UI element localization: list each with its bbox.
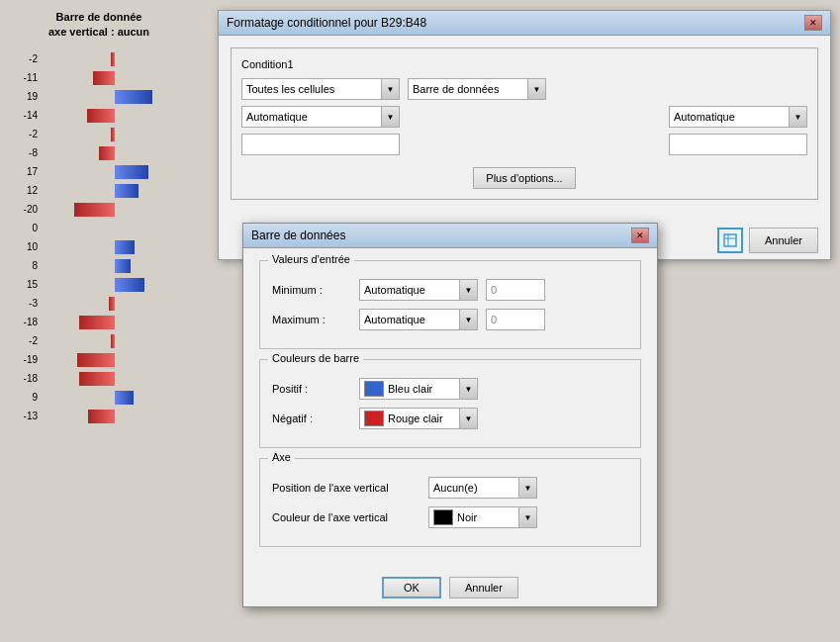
- dropdown2-wrapper[interactable]: Barre de données ▼: [408, 78, 546, 100]
- positive-bar: [115, 90, 152, 104]
- minimum-dropdown[interactable]: Automatique: [360, 282, 445, 298]
- bar-row: 15: [10, 276, 188, 294]
- maximum-dropdown[interactable]: Automatique: [360, 312, 445, 327]
- chart-title: Barre de donnée axe vertical : aucun: [10, 10, 188, 41]
- bar-value-label: 8: [10, 260, 42, 271]
- axe-legend: Axe: [268, 451, 295, 463]
- maximum-label: Maximum :: [272, 314, 351, 325]
- couleur-axe-label: Couleur de l'axe vertical: [272, 511, 420, 523]
- bar-row: -2: [10, 126, 188, 143]
- positive-bar: [115, 240, 135, 254]
- bar-container: [42, 391, 188, 405]
- bar-row: -18: [10, 314, 188, 331]
- negative-bar: [79, 372, 115, 386]
- bar-value-label: 17: [10, 166, 42, 177]
- bar-row: -8: [10, 144, 188, 162]
- titlebar-controls: ✕: [804, 15, 822, 31]
- small-icon-button[interactable]: [717, 228, 743, 253]
- dropdown4-wrapper[interactable]: Automatique ▼: [669, 106, 807, 128]
- bar-value-label: -11: [10, 72, 42, 83]
- position-arrow-icon: ▼: [518, 478, 536, 498]
- positif-row: Positif : Bleu clair ▼: [272, 378, 628, 400]
- minimum-dropdown-arrow-icon: ▼: [459, 280, 477, 300]
- position-dropdown[interactable]: Aucun(e): [429, 480, 498, 496]
- couleur-axe-combo[interactable]: Noir ▼: [428, 506, 537, 528]
- bar-container: [42, 278, 188, 292]
- bar-row: -18: [10, 370, 188, 388]
- sub-dialog-close-button[interactable]: ✕: [631, 228, 649, 243]
- bar-row: -14: [10, 107, 188, 125]
- maximum-dropdown-arrow-icon: ▼: [459, 310, 477, 329]
- dropdown1[interactable]: Toutes les cellules: [242, 81, 355, 97]
- bar-row: 0: [10, 220, 188, 237]
- input1[interactable]: [241, 134, 400, 155]
- position-dropdown-wrapper[interactable]: Aucun(e) ▼: [428, 477, 537, 499]
- minimum-row: Minimum : Automatique ▼: [272, 279, 628, 301]
- bar-value-label: -13: [10, 411, 42, 421]
- main-dialog-close-button[interactable]: ✕: [804, 15, 822, 31]
- minimum-dropdown-wrapper[interactable]: Automatique ▼: [359, 279, 478, 301]
- bar-row: -13: [10, 408, 188, 425]
- maximum-dropdown-wrapper[interactable]: Automatique ▼: [359, 309, 478, 330]
- input2[interactable]: [669, 134, 807, 155]
- bar-row: 9: [10, 389, 188, 407]
- bar-container: [42, 184, 188, 198]
- bar-value-label: -2: [10, 129, 42, 139]
- sub-annuler-button[interactable]: Annuler: [449, 577, 518, 598]
- bar-container: [42, 90, 188, 104]
- dropdown1-wrapper[interactable]: Toutes les cellules ▼: [241, 78, 400, 100]
- negative-bar: [111, 334, 115, 348]
- valeurs-entree-group: Valeurs d'entrée Minimum : Automatique ▼…: [259, 260, 641, 349]
- dropdown3-arrow-icon: ▼: [381, 107, 399, 127]
- minimum-input[interactable]: [486, 279, 545, 301]
- more-options-button[interactable]: Plus d'options...: [473, 167, 575, 189]
- couleur-axe-swatch: [433, 509, 453, 525]
- bar-container: [42, 259, 188, 273]
- dropdown3-wrapper[interactable]: Automatique ▼: [241, 106, 400, 128]
- bar-container: [42, 316, 188, 329]
- bar-container: [42, 165, 188, 179]
- bar-container: [42, 146, 188, 160]
- bar-container: [42, 410, 188, 423]
- bar-value-label: -20: [10, 204, 42, 215]
- svg-rect-0: [724, 234, 736, 246]
- positif-color-combo[interactable]: Bleu clair ▼: [359, 378, 478, 400]
- bar-value-label: 10: [10, 241, 42, 252]
- spreadsheet-icon: [723, 233, 737, 247]
- bar-container: [42, 353, 188, 367]
- dropdown4-arrow-icon: ▼: [789, 107, 806, 127]
- negative-bar: [74, 203, 115, 217]
- bar-value-label: -18: [10, 373, 42, 384]
- dropdown2-arrow-icon: ▼: [527, 79, 545, 99]
- couleur-axe-text: Noir: [457, 511, 514, 523]
- main-dialog-titlebar: Formatage conditionnel pour B29:B48 ✕: [219, 11, 830, 36]
- sub-titlebar-controls: ✕: [631, 228, 649, 243]
- condition-group: Condition1 Toutes les cellules ▼ Barre d…: [231, 47, 818, 200]
- negatif-color-combo[interactable]: Rouge clair ▼: [359, 408, 478, 429]
- dropdown2[interactable]: Barre de données: [409, 81, 519, 97]
- negative-bar: [88, 410, 115, 423]
- bar-value-label: -2: [10, 335, 42, 346]
- positive-bar: [115, 391, 134, 405]
- bar-row: 12: [10, 182, 188, 200]
- negative-bar: [79, 316, 115, 329]
- position-row: Position de l'axe vertical Aucun(e) ▼: [272, 477, 628, 499]
- bar-value-label: -19: [10, 354, 42, 365]
- sub-ok-button[interactable]: OK: [382, 577, 441, 598]
- maximum-input[interactable]: [486, 309, 545, 330]
- annuler-button[interactable]: Annuler: [749, 228, 818, 253]
- dropdown4[interactable]: Automatique: [670, 109, 755, 125]
- positif-color-arrow-icon: ▼: [459, 379, 477, 399]
- positif-color-text: Bleu clair: [388, 383, 455, 395]
- dropdown3[interactable]: Automatique: [242, 109, 327, 125]
- bar-chart: -2-1119-14-2-81712-20010815-3-18-2-19-18…: [10, 50, 188, 425]
- bar-value-label: -2: [10, 53, 42, 64]
- bar-container: [42, 240, 188, 254]
- position-label: Position de l'axe vertical: [272, 482, 420, 494]
- bar-container: [42, 222, 188, 235]
- bar-row: 19: [10, 88, 188, 106]
- positif-color-swatch: [364, 381, 384, 397]
- left-panel: Barre de donnée axe vertical : aucun -2-…: [0, 0, 198, 642]
- bar-container: [42, 52, 188, 66]
- couleurs-barre-group: Couleurs de barre Positif : Bleu clair ▼…: [259, 359, 641, 448]
